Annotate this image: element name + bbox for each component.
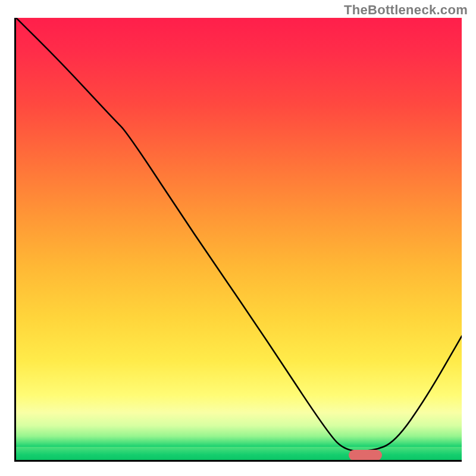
watermark: TheBottleneck.com (344, 2, 468, 18)
bottleneck-curve (16, 18, 462, 460)
plot-area (14, 18, 462, 462)
optimal-marker (349, 450, 382, 461)
chart-container: TheBottleneck.com (0, 0, 476, 476)
